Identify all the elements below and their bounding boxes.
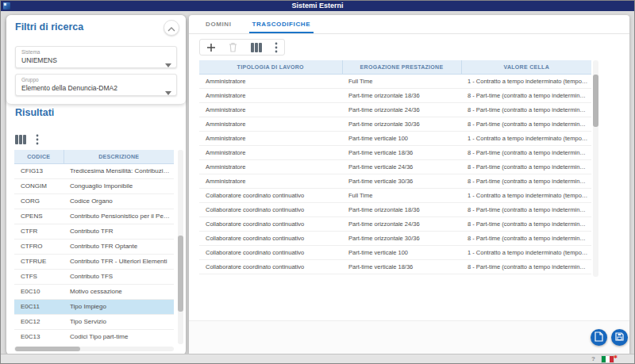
table-cell: Collaboratore coordinato continuativo xyxy=(199,188,342,202)
table-cell: Part-time orizzontale 30/36 xyxy=(342,117,461,131)
tab-trascodifiche[interactable]: TRASCODIFICHE xyxy=(251,15,313,33)
table-cell: E0C11 xyxy=(14,299,64,314)
table-cell: Contributo TFR xyxy=(64,224,174,239)
sistema-select[interactable]: Sistema UNIEMENS xyxy=(15,46,177,68)
more-vertical-icon[interactable] xyxy=(36,134,39,145)
table-row[interactable]: AmministratorePart-time orizzontale 24/3… xyxy=(199,102,591,117)
table-row[interactable]: Collaboratore coordinato continuativoPar… xyxy=(199,216,591,231)
table-row[interactable]: Collaboratore coordinato continuativoPar… xyxy=(199,259,591,274)
scrollbar-thumb[interactable] xyxy=(15,347,80,351)
table-row[interactable]: E0C11Tipo Impiego xyxy=(14,299,174,314)
table-row[interactable]: Collaboratore coordinato continuativoPar… xyxy=(199,231,591,245)
italian-flag-icon[interactable] xyxy=(602,356,614,362)
table-cell: Part-time orizzontale 24/36 xyxy=(342,216,461,231)
table-cell: Tredicesima Mensilità: Contribuzione ... xyxy=(64,163,174,178)
table-cell: Amministratore xyxy=(199,159,342,174)
export-document-button[interactable] xyxy=(591,329,607,346)
save-button[interactable] xyxy=(611,329,628,346)
table-cell: Amministratore xyxy=(199,74,342,88)
table-cell: Collaboratore coordinato continuativo xyxy=(199,245,342,259)
table-row[interactable]: E0C10Motivo cessazione xyxy=(14,284,174,299)
table-cell: Amministratore xyxy=(199,88,342,102)
table-cell: CFIG13 xyxy=(14,163,64,178)
table-cell: CTFRUE xyxy=(14,254,64,269)
table-cell: 1 - Contratto a tempo indeterminato (tem… xyxy=(461,74,591,88)
table-cell: E0C12 xyxy=(14,314,64,329)
left-panel: Filtri di ricerca Sistema UNIEMENS Grupp… xyxy=(6,15,186,355)
table-row[interactable]: E0C12Tipo Servizio xyxy=(14,314,174,329)
sistema-value: UNIEMENS xyxy=(21,56,162,64)
table-row[interactable]: CONGIMConguaglio Imponibile xyxy=(14,178,174,193)
table-row[interactable]: CTFRContributo TFR xyxy=(14,224,174,239)
table-cell: Full Time xyxy=(342,188,461,202)
table-cell: Contributo Pensionistico per il Periodo xyxy=(64,209,174,224)
help-icon[interactable]: ? xyxy=(591,355,595,362)
table-cell: 1 - Contratto a tempo indeterminato (tem… xyxy=(461,131,591,145)
table-row[interactable]: AmministratorePart-time orizzontale 18/3… xyxy=(199,88,591,102)
columns-icon[interactable] xyxy=(15,135,26,144)
table-cell: CONGIM xyxy=(14,178,64,193)
table-cell: Part-time verticale 18/36 xyxy=(342,145,461,159)
results-vertical-scrollbar[interactable] xyxy=(178,150,183,344)
table-cell: Collaboratore coordinato continuativo xyxy=(199,231,342,245)
table-cell: 8 - Part-time (contratto a tempo indeter… xyxy=(461,117,591,131)
window-title: Sistemi Esterni xyxy=(1,1,634,11)
table-row[interactable]: CTFROContributo TFR Optante xyxy=(14,239,174,254)
table-cell: 8 - Part-time (contratto a tempo indeter… xyxy=(461,159,591,174)
table-row[interactable]: AmministratoreFull Time1 - Contratto a t… xyxy=(199,74,591,88)
filters-title: Filtri di ricerca xyxy=(15,21,83,33)
app-window: Sistemi Esterni Filtri di ricerca Sistem… xyxy=(0,0,635,364)
table-row[interactable]: AmministratorePart-time verticale 30/368… xyxy=(199,174,591,188)
gruppo-select[interactable]: Gruppo Elemento della Denuncia-DMA2 xyxy=(15,74,177,96)
delete-icon[interactable] xyxy=(229,42,237,52)
add-icon[interactable] xyxy=(206,43,216,52)
scrollbar-thumb[interactable] xyxy=(593,75,598,127)
table-cell: CTFRO xyxy=(14,239,64,254)
transcodings-vertical-scrollbar[interactable] xyxy=(593,60,598,277)
table-cell: Part-time verticale 18/36 xyxy=(342,259,461,274)
table-cell: CPENS xyxy=(14,209,64,224)
table-row[interactable]: CTFRUEContributo TFR - Ulteriori Element… xyxy=(14,254,174,269)
results-toolbar xyxy=(15,134,39,145)
table-cell: Amministratore xyxy=(199,145,342,159)
table-row[interactable]: Collaboratore coordinato continuativoPar… xyxy=(199,202,591,216)
column-header-valore[interactable]: VALORE CELLA xyxy=(461,60,591,74)
table-row[interactable]: AmministratorePart-time verticale 24/368… xyxy=(199,159,591,174)
table-cell: Codice Organo xyxy=(64,193,174,209)
table-cell: 1 - Contratto a tempo indeterminato (tem… xyxy=(461,188,591,202)
table-row[interactable]: Collaboratore coordinato continuativoPar… xyxy=(199,245,591,259)
table-row[interactable]: Collaboratore coordinato continuativoPar… xyxy=(199,274,591,277)
tab-domini[interactable]: DOMINI xyxy=(204,15,233,33)
table-row[interactable]: CORGCodice Organo xyxy=(14,193,174,209)
column-header-codice[interactable]: CODICE xyxy=(14,150,64,163)
caret-down-icon xyxy=(165,84,171,98)
table-row[interactable]: CPENSContributo Pensionistico per il Per… xyxy=(14,209,174,224)
tab-bar: DOMINI TRASCODIFICHE xyxy=(189,15,629,34)
table-cell: Part-time orizzontale 24/36 xyxy=(342,102,461,117)
titlebar: Sistemi Esterni xyxy=(1,1,634,11)
table-cell: Part-time orizzontale 30/36 xyxy=(342,231,461,245)
column-header-erogazione[interactable]: EROGAZIONE PRESTAZIONE xyxy=(342,60,461,74)
table-row[interactable]: AmministratorePart-time verticale 1001 -… xyxy=(199,131,591,145)
more-vertical-icon[interactable] xyxy=(275,42,278,53)
table-cell: Conguaglio Imponibile xyxy=(64,178,174,193)
table-row[interactable]: E0C13Codici Tipo part-time xyxy=(14,329,174,344)
table-cell: Part-time verticale 24/36 xyxy=(342,274,461,277)
table-row[interactable]: AmministratorePart-time verticale 18/368… xyxy=(199,145,591,159)
table-row[interactable]: CTFSContributo TFS xyxy=(14,269,174,284)
table-row[interactable]: AmministratorePart-time orizzontale 30/3… xyxy=(199,117,591,131)
column-header-descrizione[interactable]: DESCRIZIONE xyxy=(64,150,174,163)
right-panel: DOMINI TRASCODIFICHE TIPOLOGIA D xyxy=(189,15,629,355)
scrollbar-thumb[interactable] xyxy=(178,236,183,312)
results-horizontal-scrollbar[interactable] xyxy=(14,347,174,351)
table-row[interactable]: Collaboratore coordinato continuativoFul… xyxy=(199,188,591,202)
table-row[interactable]: CFIG13Tredicesima Mensilità: Contribuzio… xyxy=(14,163,174,178)
table-cell: 8 - Part-time (contratto a tempo indeter… xyxy=(461,174,591,188)
table-cell: 8 - Part-time (contratto a tempo indeter… xyxy=(461,88,591,102)
flag-asterisk-icon: ✱ xyxy=(614,354,618,359)
column-header-tipologia[interactable]: TIPOLOGIA DI LAVORO xyxy=(199,60,342,74)
table-cell: Amministratore xyxy=(199,102,342,117)
collapse-filters-button[interactable] xyxy=(164,20,179,36)
table-cell: Part-time orizzontale 18/36 xyxy=(342,88,461,102)
columns-icon[interactable] xyxy=(251,43,262,52)
